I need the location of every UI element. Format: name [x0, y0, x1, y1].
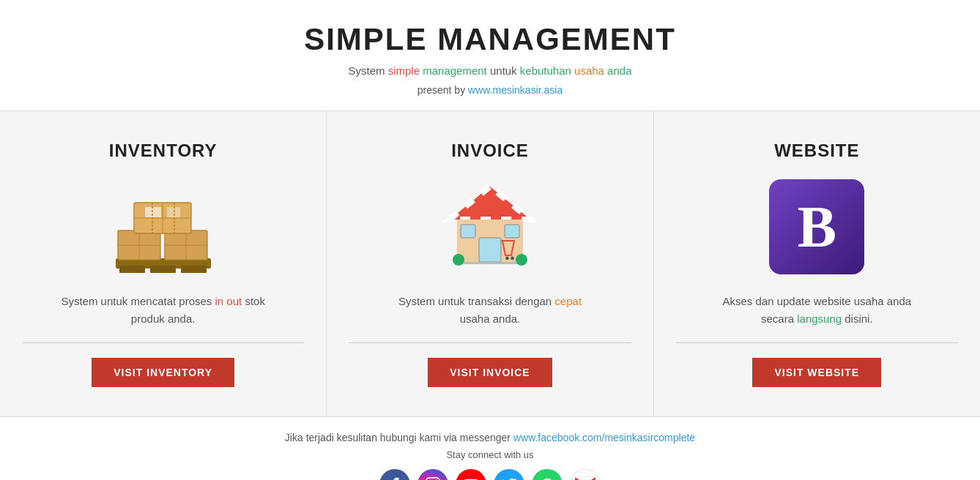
svg-rect-2 [150, 266, 176, 273]
website-desc: Akses dan update website usaha anda seca… [714, 293, 919, 328]
inventory-desc: System untuk mencatat proses in out stok… [61, 293, 266, 328]
svg-point-24 [453, 254, 464, 266]
gmail-icon[interactable] [570, 469, 601, 480]
inventory-card: INVENTORY [0, 111, 327, 416]
svg-rect-3 [181, 266, 207, 273]
svg-rect-1 [119, 266, 145, 273]
footer: Jika terjadi kesulitan hubungi kami via … [0, 416, 980, 480]
stay-connect-text: Stay connect with us [15, 449, 965, 460]
contact-text: Jika terjadi kesulitan hubungi kami via … [15, 432, 965, 443]
present-by: present by www.mesinkasir.asia [15, 84, 965, 96]
page-title: SIMPLE MANAGEMENT [15, 22, 965, 57]
svg-rect-14 [167, 207, 180, 217]
subtitle: System simple management untuk kebutuhan… [15, 64, 965, 77]
present-link[interactable]: www.mesinkasir.asia [468, 84, 563, 96]
website-icon: B [762, 176, 872, 278]
cards-section: INVENTORY [0, 110, 980, 416]
twitter-icon[interactable] [494, 469, 524, 480]
instagram-icon[interactable] [417, 469, 448, 480]
visit-inventory-button[interactable]: VISIT INVENTORY [92, 358, 234, 387]
facebook-link[interactable]: www.facebook.com/mesinkasircomplete [513, 432, 695, 443]
bootstrap-logo: B [769, 179, 864, 274]
visit-website-button[interactable]: VISIT WEBSITE [752, 358, 881, 387]
invoice-icon [435, 176, 545, 278]
invoice-desc: System untuk transaksi dengan cepat usah… [387, 293, 593, 328]
svg-point-27 [505, 257, 509, 260]
youtube-icon[interactable] [456, 469, 486, 480]
invoice-divider [349, 342, 631, 343]
whatsapp-icon[interactable] [532, 469, 563, 480]
website-card: WEBSITE B Akses dan update website usaha… [654, 111, 980, 416]
inventory-divider [22, 342, 304, 343]
website-divider [676, 342, 958, 343]
svg-marker-17 [450, 187, 530, 220]
svg-rect-23 [457, 262, 523, 264]
website-title: WEBSITE [774, 140, 859, 161]
visit-invoice-button[interactable]: VISIT INVOICE [428, 358, 552, 387]
svg-point-28 [511, 257, 514, 260]
svg-rect-21 [461, 225, 475, 238]
inventory-title: INVENTORY [109, 140, 218, 161]
header: SIMPLE MANAGEMENT System simple manageme… [0, 0, 980, 110]
inventory-icon [108, 176, 218, 278]
facebook-icon[interactable] [379, 469, 410, 480]
svg-rect-20 [479, 238, 501, 262]
invoice-title: INVOICE [451, 140, 529, 161]
svg-point-25 [516, 254, 527, 266]
svg-rect-22 [505, 225, 519, 238]
social-icons [15, 469, 965, 480]
invoice-card: INVOICE [327, 111, 653, 416]
svg-rect-13 [145, 207, 161, 217]
